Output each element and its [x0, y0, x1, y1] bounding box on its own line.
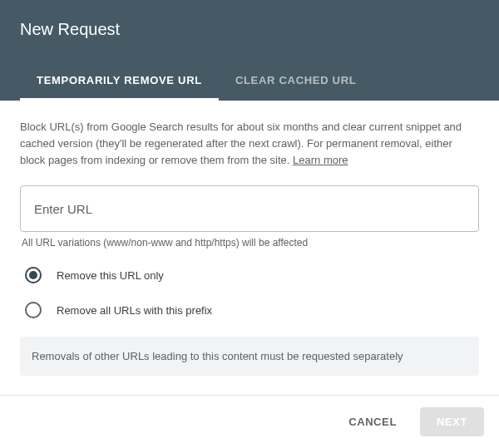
radio-label: Remove all URLs with this prefix [57, 304, 212, 317]
learn-more-link[interactable]: Learn more [293, 154, 348, 166]
tab-temporarily-remove-url[interactable]: TEMPORARILY REMOVE URL [20, 64, 219, 101]
radio-remove-prefix[interactable]: Remove all URLs with this prefix [20, 302, 479, 318]
url-input-wrap [20, 185, 479, 232]
tab-clear-cached-url[interactable]: CLEAR CACHED URL [219, 64, 373, 101]
notice-box: Removals of other URLs leading to this c… [20, 337, 479, 376]
cancel-button[interactable]: CANCEL [332, 407, 413, 436]
radio-label: Remove this URL only [57, 269, 164, 282]
radio-icon [25, 267, 42, 283]
dialog-content: Block URL(s) from Google Search results … [0, 101, 499, 389]
tabs: TEMPORARILY REMOVE URL CLEAR CACHED URL [20, 64, 479, 101]
dialog-footer: CANCEL NEXT [0, 395, 499, 448]
url-help-text: All URL variations (www/non-www and http… [22, 237, 477, 249]
radio-icon [25, 302, 42, 318]
url-input[interactable] [20, 185, 479, 232]
description-text: Block URL(s) from Google Search results … [20, 119, 479, 169]
radio-remove-this-url[interactable]: Remove this URL only [20, 267, 479, 283]
description-body: Block URL(s) from Google Search results … [20, 121, 462, 166]
dialog-header: New Request TEMPORARILY REMOVE URL CLEAR… [0, 0, 499, 101]
dialog-title: New Request [20, 20, 479, 39]
next-button[interactable]: NEXT [420, 407, 484, 436]
